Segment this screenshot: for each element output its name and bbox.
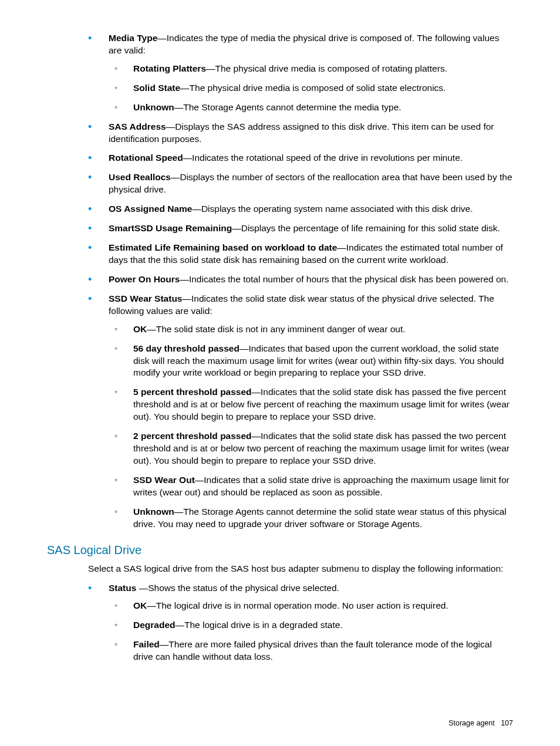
desc: —Displays the percentage of life remaini… — [232, 223, 500, 233]
definition-list-2: Status —Shows the status of the physical… — [47, 582, 513, 664]
list-item: Degraded—The logical drive is in a degra… — [114, 619, 513, 632]
desc: —Indicates the total number of hours tha… — [180, 274, 508, 284]
list-item: SAS Address—Displays the SAS address ass… — [88, 121, 513, 146]
term: Rotating Platters — [133, 63, 206, 73]
term: Unknown — [133, 507, 174, 517]
definition-list-1: Media Type—Indicates the type of media t… — [47, 32, 513, 531]
term: Status — [109, 583, 139, 593]
list-item: Rotating Platters—The physical drive med… — [114, 63, 513, 75]
sub-list: Rotating Platters—The physical drive med… — [109, 63, 513, 114]
term: Used Reallocs — [109, 172, 171, 182]
term: SmartSSD Usage Remaining — [109, 223, 232, 233]
desc: —Displays the SAS address assigned to th… — [109, 121, 494, 144]
sub-list: OK—The logical drive is in normal operat… — [109, 600, 513, 663]
term: 56 day threshold passed — [133, 343, 239, 353]
desc: —Displays the operating system name asso… — [192, 204, 473, 214]
list-item: 56 day threshold passed—Indicates that b… — [114, 343, 513, 380]
term: OK — [133, 324, 147, 334]
list-item: SmartSSD Usage Remaining—Displays the pe… — [88, 222, 513, 235]
term: OK — [133, 600, 147, 610]
list-item: OS Assigned Name—Displays the operating … — [88, 203, 513, 215]
desc: —The logical drive is in normal operatio… — [147, 600, 448, 610]
term: Solid State — [133, 83, 180, 93]
term: SSD Wear Status — [109, 293, 182, 303]
term: Estimated Life Remaining based on worklo… — [109, 242, 337, 252]
list-item: Status —Shows the status of the physical… — [88, 582, 513, 664]
list-item: Used Reallocs—Displays the number of sec… — [88, 171, 513, 196]
list-item: Unknown—The Storage Agents cannot determ… — [114, 506, 513, 531]
section-intro: Select a SAS logical drive from the SAS … — [88, 563, 513, 575]
list-item: Estimated Life Remaining based on worklo… — [88, 242, 513, 266]
list-item: Solid State—The physical drive media is … — [114, 82, 513, 94]
list-item: SSD Wear Out—Indicates that a solid stat… — [114, 474, 513, 499]
term: Rotational Speed — [109, 153, 183, 163]
term: Unknown — [133, 102, 174, 112]
list-item: Rotational Speed—Indicates the rotationa… — [88, 152, 513, 164]
list-item: Failed—There are more failed physical dr… — [114, 639, 513, 663]
sub-list: OK—The solid state disk is not in any im… — [109, 323, 513, 531]
footer-page-number: 107 — [501, 719, 513, 727]
list-item: OK—The logical drive is in normal operat… — [114, 600, 513, 612]
list-item: 5 percent threshold passed—Indicates tha… — [114, 386, 513, 423]
footer-section: Storage agent — [448, 719, 495, 727]
list-item: SSD Wear Status—Indicates the solid stat… — [88, 293, 513, 531]
term: SAS Address — [109, 121, 166, 131]
term: Media Type — [109, 33, 157, 43]
desc: —The physical drive media is composed of… — [180, 83, 446, 93]
desc: —Indicates the rotational speed of the d… — [183, 153, 463, 163]
desc: —Indicates the type of media the physica… — [109, 33, 499, 55]
term: Power On Hours — [109, 274, 180, 284]
section-heading-sas-logical-drive: SAS Logical Drive — [47, 542, 513, 558]
term: Degraded — [133, 620, 176, 630]
desc: —The Storage Agents cannot determine the… — [133, 507, 507, 529]
list-item: Power On Hours—Indicates the total numbe… — [88, 274, 513, 286]
list-item: 2 percent threshold passed—Indicates tha… — [114, 430, 513, 467]
desc: —Shows the status of the physical drive … — [139, 583, 339, 593]
list-item: Unknown—The Storage Agents cannot determ… — [114, 102, 513, 114]
desc: —The logical drive is in a degraded stat… — [176, 620, 343, 630]
term: OS Assigned Name — [109, 204, 192, 214]
term: 5 percent threshold passed — [133, 387, 252, 397]
page: Media Type—Indicates the type of media t… — [0, 0, 560, 746]
desc: —The Storage Agents cannot determine the… — [174, 102, 402, 112]
desc: —The physical drive media is composed of… — [206, 63, 447, 73]
list-item: OK—The solid state disk is not in any im… — [114, 323, 513, 336]
desc: —The solid state disk is not in any immi… — [147, 324, 405, 334]
term: SSD Wear Out — [133, 475, 195, 485]
desc: —There are more failed physical drives t… — [133, 639, 492, 661]
page-footer: Storage agent 107 — [448, 718, 513, 728]
term: 2 percent threshold passed — [133, 431, 252, 441]
term: Failed — [133, 639, 160, 649]
list-item: Media Type—Indicates the type of media t… — [88, 32, 513, 114]
